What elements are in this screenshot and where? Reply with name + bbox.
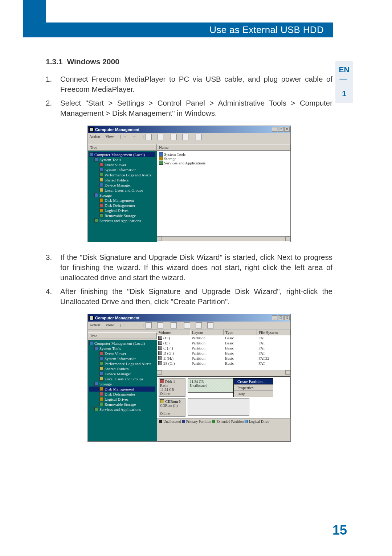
- tree-node[interactable]: System Information: [89, 356, 155, 361]
- tree-icon: [99, 367, 103, 371]
- table-row[interactable]: E (H:)PartitionBasicFAT32: [157, 356, 290, 361]
- disk-status: Online: [160, 392, 170, 396]
- minimize-button[interactable]: _: [272, 315, 277, 320]
- tree-node[interactable]: Device Manager: [89, 371, 155, 376]
- step-item: If the "Disk Signature and Upgrade Disk …: [46, 252, 332, 283]
- tree-node[interactable]: Computer Management (Local): [89, 341, 155, 346]
- step-item: Select "Start > Settings > Control Panel…: [46, 98, 332, 242]
- table-cell: FAT: [257, 335, 290, 340]
- tree-panel[interactable]: Computer Management (Local)System ToolsE…: [88, 340, 157, 441]
- table-cell: FAT32: [257, 356, 290, 361]
- tree-node[interactable]: Event Viewer: [89, 162, 155, 167]
- toolbar-icon[interactable]: [157, 134, 163, 140]
- tree-node[interactable]: Removable Storage: [89, 402, 155, 407]
- scroll-right-icon[interactable]: [285, 370, 290, 375]
- tree-node[interactable]: Local Users and Groups: [89, 188, 155, 193]
- tree-node[interactable]: Local Users and Groups: [89, 376, 155, 381]
- menu-create-partition[interactable]: Create Partition...: [234, 379, 273, 384]
- table-row[interactable]: (E:)PartitionBasicFAT: [157, 340, 290, 346]
- scrollbar-horizontal[interactable]: [157, 370, 290, 375]
- tree-node[interactable]: Disk Defragmenter: [89, 392, 155, 397]
- tree-node[interactable]: Services and Applications: [89, 407, 155, 412]
- nav-back-icon[interactable]: ←: [123, 134, 127, 139]
- tree-node[interactable]: Logical Drives: [89, 397, 155, 402]
- list-panel: System Tools Storage Services and Applic…: [157, 151, 290, 236]
- toolbar-icon[interactable]: [184, 322, 190, 328]
- tree-node[interactable]: Disk Management: [89, 387, 155, 392]
- scroll-left-icon[interactable]: [157, 370, 162, 375]
- menu-view[interactable]: View: [106, 323, 114, 327]
- tree-node[interactable]: Logical Drives: [89, 208, 155, 213]
- list-item[interactable]: Storage: [164, 156, 176, 161]
- nav-fwd-icon[interactable]: →: [132, 323, 136, 327]
- tree-node[interactable]: Disk Management: [89, 198, 155, 203]
- col-volume[interactable]: Volume: [157, 330, 190, 335]
- tree-node[interactable]: System Information: [89, 167, 155, 172]
- nav-fwd-icon[interactable]: →: [132, 134, 136, 139]
- toolbar-icon[interactable]: [146, 322, 152, 328]
- tree-node[interactable]: Storage: [89, 381, 155, 387]
- tree-icon: [99, 387, 103, 391]
- tree-node[interactable]: Performance Logs and Alerts: [89, 361, 155, 366]
- menu-help[interactable]: Help: [234, 391, 273, 397]
- tree-panel[interactable]: Computer Management (Local)System ToolsE…: [88, 151, 157, 242]
- list-item[interactable]: Services and Applications: [164, 161, 205, 165]
- tree-node[interactable]: Removable Storage: [89, 213, 155, 218]
- tree-node[interactable]: Shared Folders: [89, 177, 155, 183]
- toolbar-icon[interactable]: [196, 134, 202, 140]
- toolbar-icon[interactable]: [146, 134, 152, 140]
- toolbar-icon[interactable]: [207, 322, 213, 328]
- minimize-button[interactable]: _: [272, 127, 277, 132]
- table-row[interactable]: C (F:)PartitionBasicFAT: [157, 346, 290, 351]
- cdrom-header[interactable]: CDRom 0 CDRom (I:) Online: [159, 398, 185, 417]
- menu-properties[interactable]: Properties: [234, 384, 273, 391]
- tree-node[interactable]: Storage: [89, 193, 155, 198]
- volume-grid: (D:)PartitionBasicFAT(E:)PartitionBasicF…: [157, 335, 290, 370]
- tree-node[interactable]: Computer Management (Local): [89, 152, 155, 157]
- tree-node[interactable]: Disk Defragmenter: [89, 203, 155, 208]
- close-button[interactable]: X: [284, 315, 290, 320]
- close-button[interactable]: X: [284, 127, 290, 132]
- toolbar-icon[interactable]: [157, 322, 163, 328]
- toolbar-icon[interactable]: [171, 322, 177, 328]
- legend-swatch: [182, 420, 185, 423]
- tree-node[interactable]: Services and Applications: [89, 218, 155, 223]
- col-filesystem[interactable]: File System: [257, 330, 290, 335]
- tree-icon: [99, 377, 103, 381]
- tree-node[interactable]: System Tools: [89, 157, 155, 162]
- step-item: After finishing the "Disk Signature and …: [46, 286, 332, 442]
- toolbar-icon[interactable]: [182, 134, 188, 140]
- table-cell: FAT: [257, 340, 290, 346]
- tree-node[interactable]: System Tools: [89, 346, 155, 351]
- tree-icon: [99, 397, 103, 401]
- tree-node[interactable]: Shared Folders: [89, 366, 155, 371]
- disk-label: Disk 1: [165, 380, 175, 384]
- table-cell: FAT: [257, 361, 290, 366]
- menu-view[interactable]: View: [106, 134, 114, 139]
- tree-icon: [89, 341, 93, 345]
- toolbar-icon[interactable]: [196, 322, 202, 328]
- menu-action[interactable]: Action: [89, 134, 100, 139]
- maximize-button[interactable]: □: [278, 127, 283, 132]
- disk-header[interactable]: Disk 1 Basic 11.24 GB Online: [159, 378, 185, 397]
- toolbar-icon[interactable]: [171, 134, 177, 140]
- tree-node[interactable]: Event Viewer: [89, 351, 155, 356]
- col-layout[interactable]: Layout: [190, 330, 224, 335]
- maximize-button[interactable]: □: [278, 315, 283, 320]
- disk-icon: [160, 379, 164, 383]
- menu-action[interactable]: Action: [89, 323, 100, 327]
- table-cell: Basic: [224, 351, 257, 356]
- nav-back-icon[interactable]: ←: [123, 323, 127, 327]
- col-type[interactable]: Type: [224, 330, 257, 335]
- legend-label: Unallocated: [163, 420, 182, 424]
- table-row[interactable]: 98 (C:)PartitionBasicFAT: [157, 361, 290, 366]
- scroll-right-icon[interactable]: [285, 237, 290, 241]
- table-row[interactable]: (D:)PartitionBasicFAT: [157, 335, 290, 340]
- tree-node[interactable]: Device Manager: [89, 183, 155, 188]
- steps-list: Connect Freecom MediaPlayer to PC via US…: [46, 74, 332, 442]
- tree-node[interactable]: Performance Logs and Alerts: [89, 172, 155, 177]
- scrollbar-horizontal[interactable]: [157, 236, 290, 241]
- list-item[interactable]: System Tools: [164, 152, 185, 156]
- scroll-left-icon[interactable]: [157, 237, 162, 241]
- table-row[interactable]: D (G:)PartitionBasicFAT: [157, 351, 290, 356]
